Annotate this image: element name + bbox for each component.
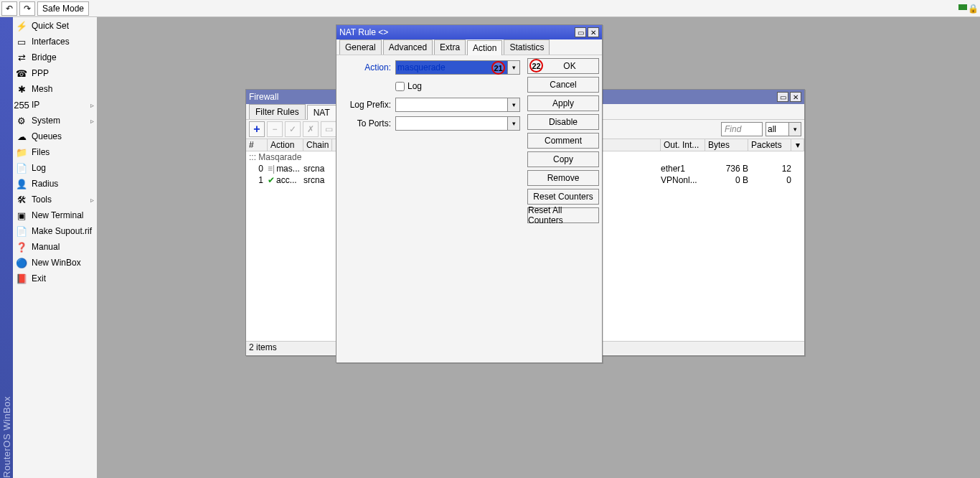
sidebar-item-label: New WinBox <box>32 258 81 268</box>
log-checkbox[interactable] <box>395 82 405 91</box>
sidebar-item-label: Exit <box>32 273 46 283</box>
menu-icon: ▣ <box>16 210 27 221</box>
sidebar-item-interfaces[interactable]: ▭Interfaces <box>13 34 97 50</box>
lock-icon: 🔒 <box>969 4 977 13</box>
top-toolbar: ↶ ↷ Safe Mode 🔒 <box>0 0 980 17</box>
chevron-down-icon[interactable]: ▾ <box>507 60 520 75</box>
sidebar-item-system[interactable]: ⚙System▹ <box>13 113 97 128</box>
tab-advanced[interactable]: Advanced <box>383 39 433 55</box>
sidebar-item-exit[interactable]: 📕Exit <box>13 271 97 286</box>
column-menu-icon[interactable]: ▾ <box>791 139 804 151</box>
reset-all-counters-button[interactable]: Reset All Counters <box>527 207 599 223</box>
sidebar-item-manual[interactable]: ❓Manual <box>13 239 97 255</box>
sidebar: ⚡Quick Set▭Interfaces⇄Bridge☎PPP✱Mesh255… <box>13 17 97 478</box>
sidebar-item-ppp[interactable]: ☎PPP <box>13 65 97 81</box>
menu-icon: ⚙ <box>16 115 27 126</box>
disable-button[interactable]: ✗ <box>303 121 319 137</box>
tab-general[interactable]: General <box>339 39 382 55</box>
menu-icon: ☁ <box>16 131 27 142</box>
reset-counters-button[interactable]: Reset Counters <box>527 189 599 205</box>
ok-button[interactable]: 22OK <box>527 58 599 74</box>
menu-icon: 📄 <box>16 225 27 237</box>
menu-icon: ▭ <box>16 36 27 47</box>
sidebar-item-ip[interactable]: 255IP▹ <box>13 97 97 113</box>
log-prefix-label: Log Prefix: <box>341 100 395 110</box>
submenu-icon: ▹ <box>90 117 94 125</box>
sidebar-item-label: System <box>32 116 60 126</box>
sidebar-item-bridge[interactable]: ⇄Bridge <box>13 50 97 65</box>
add-button[interactable]: + <box>249 121 265 137</box>
table-row[interactable]: VPNonl...0 B0 <box>661 174 791 186</box>
comment-button[interactable]: Comment <box>527 133 599 149</box>
app-title-stripe: RouterOS WinBox <box>0 17 13 478</box>
sidebar-item-label: Queues <box>32 131 62 141</box>
tab-nat[interactable]: NAT <box>307 105 336 120</box>
sidebar-item-label: IP <box>32 100 39 110</box>
sidebar-item-label: Interfaces <box>32 37 70 47</box>
sidebar-item-queues[interactable]: ☁Queues <box>13 128 97 144</box>
sidebar-item-new-terminal[interactable]: ▣New Terminal <box>13 207 97 223</box>
status-indicator-icon <box>958 4 967 10</box>
redo-button[interactable]: ↷ <box>19 1 35 16</box>
close-icon[interactable]: ✕ <box>588 27 599 37</box>
remove-button[interactable]: − <box>267 121 283 137</box>
tab-filter-rules[interactable]: Filter Rules <box>249 104 306 119</box>
action-combo[interactable]: masquerade 21 ▾ <box>395 60 520 75</box>
natrule-title: NAT Rule <> <box>339 27 388 37</box>
menu-icon: 255 <box>16 99 27 111</box>
to-ports-input[interactable]: ▾ <box>395 116 520 131</box>
close-icon[interactable]: ✕ <box>790 92 801 102</box>
natrule-button-column: 22OKCancelApplyDisableCommentCopyRemoveR… <box>524 55 600 361</box>
safe-mode-button[interactable]: Safe Mode <box>37 1 89 16</box>
sidebar-item-label: Files <box>32 147 50 157</box>
comment-button[interactable]: ▭ <box>321 121 336 137</box>
menu-icon: 📄 <box>16 162 27 174</box>
natrule-tabs: General Advanced Extra Action Statistics <box>336 39 602 55</box>
natrule-titlebar[interactable]: NAT Rule <> ▭ ✕ <box>336 25 602 39</box>
sidebar-item-label: Quick Set <box>32 21 69 31</box>
sidebar-item-new-winbox[interactable]: 🔵New WinBox <box>13 255 97 271</box>
sidebar-item-label: Radius <box>32 179 58 189</box>
table-row[interactable]: ether1736 B12 <box>661 163 791 174</box>
sidebar-item-label: Bridge <box>32 52 57 62</box>
sidebar-item-label: Tools <box>32 195 52 205</box>
tab-action[interactable]: Action <box>467 40 502 55</box>
menu-icon: ❓ <box>16 241 27 253</box>
natrule-window: NAT Rule <> ▭ ✕ General Advanced Extra A… <box>336 24 603 363</box>
minimize-icon[interactable]: ▭ <box>777 92 788 102</box>
chevron-down-icon[interactable]: ▾ <box>507 116 520 131</box>
sidebar-item-mesh[interactable]: ✱Mesh <box>13 81 97 97</box>
log-prefix-input[interactable]: ▾ <box>395 98 520 112</box>
chevron-down-icon[interactable]: ▾ <box>507 98 520 112</box>
copy-button[interactable]: Copy <box>527 151 599 167</box>
sidebar-item-label: Manual <box>32 242 60 252</box>
sidebar-item-quick-set[interactable]: ⚡Quick Set <box>13 18 97 34</box>
filter-combo[interactable]: all ▾ <box>765 122 801 136</box>
annotation-22: 22 <box>529 59 543 72</box>
sidebar-item-files[interactable]: 📁Files <box>13 144 97 160</box>
menu-icon: ✱ <box>16 83 27 95</box>
find-input[interactable]: Find <box>721 122 763 136</box>
chevron-down-icon[interactable]: ▾ <box>788 122 801 136</box>
sidebar-item-make-supout-rif[interactable]: 📄Make Supout.rif <box>13 223 97 239</box>
cancel-button[interactable]: Cancel <box>527 77 599 93</box>
apply-button[interactable]: Apply <box>527 95 599 111</box>
enable-button[interactable]: ✓ <box>285 121 301 137</box>
submenu-icon: ▹ <box>90 196 94 204</box>
undo-button[interactable]: ↶ <box>1 1 17 16</box>
sidebar-item-log[interactable]: 📄Log <box>13 160 97 176</box>
submenu-icon: ▹ <box>90 101 94 109</box>
sidebar-item-radius[interactable]: 👤Radius <box>13 176 97 192</box>
tab-extra[interactable]: Extra <box>434 39 466 55</box>
app-title: RouterOS WinBox <box>1 390 12 478</box>
sidebar-item-tools[interactable]: 🛠Tools▹ <box>13 192 97 207</box>
tab-statistics[interactable]: Statistics <box>504 39 550 55</box>
minimize-icon[interactable]: ▭ <box>575 27 586 37</box>
to-ports-label: To Ports: <box>341 118 395 128</box>
menu-icon: 🔵 <box>16 257 27 268</box>
sidebar-item-label: PPP <box>32 68 49 78</box>
remove-button[interactable]: Remove <box>527 170 599 186</box>
menu-icon: ☎ <box>16 67 27 79</box>
disable-button[interactable]: Disable <box>527 114 599 130</box>
menu-icon: 👤 <box>16 178 27 189</box>
